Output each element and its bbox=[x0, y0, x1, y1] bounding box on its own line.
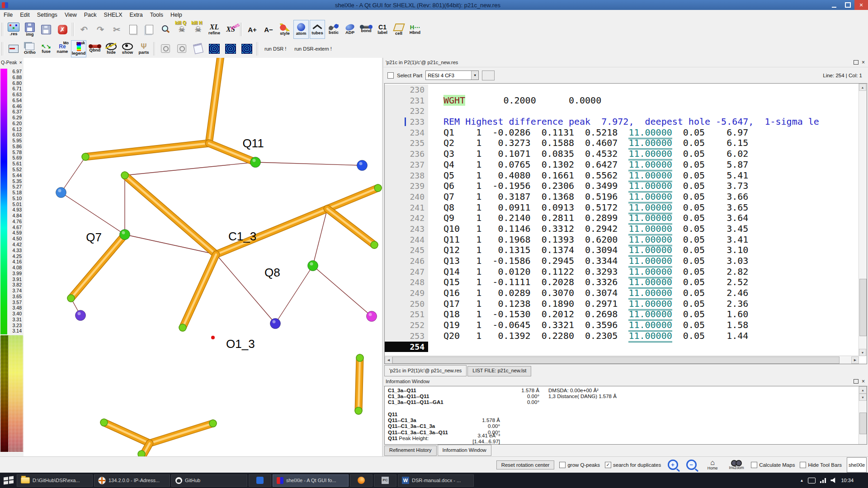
refine-anis-button[interactable]: XSANIS bbox=[223, 20, 238, 39]
refine-xl-button[interactable]: XLrefine bbox=[207, 20, 222, 39]
adp-mode-button[interactable]: ADP bbox=[342, 20, 358, 39]
taskbar-pc-button[interactable]: PC bbox=[374, 474, 396, 487]
scroll-left-icon[interactable]: ◀ bbox=[385, 357, 392, 364]
chevron-down-icon[interactable]: ▼ bbox=[471, 71, 478, 80]
network-icon[interactable] bbox=[820, 478, 826, 483]
run-dsr-button[interactable]: run DSR ! bbox=[261, 40, 290, 57]
atom-cap[interactable] bbox=[355, 407, 362, 414]
qpeak-sphere[interactable] bbox=[56, 188, 66, 198]
peak-legend-button[interactable]: peaklegend bbox=[71, 40, 86, 57]
save-file-button[interactable] bbox=[38, 20, 54, 39]
atom-mode-button[interactable]: atom bbox=[293, 20, 309, 39]
info-tab-0[interactable]: Refinement History bbox=[384, 446, 437, 456]
menu-help[interactable]: Help bbox=[167, 11, 186, 19]
kill-h-button[interactable]: ☠kill H bbox=[190, 20, 206, 39]
qpeak-sphere[interactable] bbox=[75, 310, 86, 321]
qpeak-sphere[interactable] bbox=[367, 311, 377, 322]
atom-cap[interactable] bbox=[179, 324, 186, 331]
scroll-down-icon[interactable]: ▼ bbox=[859, 349, 866, 356]
taskbar-github-button[interactable]: GitHub bbox=[171, 474, 247, 487]
reset-rotation-center-button[interactable]: Reset rotation center bbox=[496, 460, 555, 469]
bond-button[interactable]: bond bbox=[359, 20, 374, 39]
atom-cap[interactable] bbox=[209, 420, 217, 427]
fit-view-button[interactable] bbox=[6, 40, 21, 57]
kill-q-button[interactable]: ☠kill Q bbox=[174, 20, 189, 39]
run-dsr-extern-button[interactable]: run DSR-extern ! bbox=[291, 40, 335, 57]
cut-button[interactable]: ✂ bbox=[109, 20, 124, 39]
zoom-in-button[interactable]: + bbox=[666, 459, 679, 471]
rename-button[interactable]: MoRename bbox=[55, 40, 70, 57]
checkbox-icon[interactable]: ✓ bbox=[605, 462, 611, 468]
grow-qpeaks-checkbox[interactable]: grow Q-peaks bbox=[559, 462, 600, 468]
render-style-1-button[interactable] bbox=[207, 40, 222, 57]
info-dock-close-icon[interactable]: × bbox=[862, 378, 866, 385]
qpeak-sphere[interactable] bbox=[308, 261, 318, 271]
parts-button[interactable]: Ψparts bbox=[136, 40, 151, 57]
search-duplicates-checkbox[interactable]: ✓search for duplicates bbox=[605, 462, 661, 468]
snapshot-2-button[interactable] bbox=[174, 40, 189, 57]
notes-button[interactable] bbox=[190, 40, 206, 57]
atom-cap[interactable] bbox=[67, 295, 75, 302]
atom-cap[interactable] bbox=[356, 354, 363, 361]
menu-pack[interactable]: Pack bbox=[80, 11, 100, 19]
menu-settings[interactable]: Settings bbox=[33, 11, 61, 19]
qpeak-sphere[interactable] bbox=[357, 160, 368, 171]
info-vscrollbar[interactable]: ▲ ▼ bbox=[859, 386, 867, 444]
res-code-editor[interactable]: 230231WGHT 0.2000 0.0000232233REM Highes… bbox=[384, 83, 867, 364]
info-dock-float-icon[interactable] bbox=[854, 379, 859, 384]
menu-view[interactable]: View bbox=[61, 11, 80, 19]
checkbox-icon[interactable] bbox=[751, 462, 757, 468]
taskbar-shelxle-button[interactable]: shelXle - A Qt GUI fo... bbox=[273, 474, 349, 487]
checkbox-icon[interactable] bbox=[559, 462, 566, 468]
atom-cap[interactable] bbox=[82, 153, 89, 160]
render-style-2-button[interactable] bbox=[223, 40, 238, 57]
editor-tab-0[interactable]: 'p21c in P2(1)/c'@ p21c_new.res bbox=[384, 365, 467, 376]
find-button[interactable] bbox=[158, 20, 173, 39]
taskbar-ip-button[interactable]: 134.2.0.0 - IP-Adress... bbox=[94, 474, 170, 487]
fuse-button[interactable]: ↖↘fuse bbox=[38, 40, 54, 57]
label-button[interactable]: C1label bbox=[375, 20, 390, 39]
checkbox-icon[interactable] bbox=[800, 462, 806, 468]
scroll-right-icon[interactable]: ▶ bbox=[851, 357, 859, 364]
qpeak-sphere[interactable] bbox=[120, 230, 130, 240]
editor-dock-float-icon[interactable] bbox=[854, 60, 859, 65]
atom-cap[interactable] bbox=[121, 172, 128, 179]
scroll-up-icon[interactable]: ▲ bbox=[859, 386, 867, 394]
menu-tools[interactable]: Tools bbox=[146, 11, 167, 19]
menu-shelx[interactable]: SHELX bbox=[100, 11, 126, 19]
start-button[interactable] bbox=[2, 474, 15, 487]
editor-vscroll-thumb[interactable] bbox=[859, 279, 867, 336]
atom-cap[interactable] bbox=[371, 241, 378, 249]
oxygen-marker-dot[interactable] bbox=[211, 336, 215, 339]
atom-cap[interactable] bbox=[138, 450, 145, 456]
select-part-extra-button[interactable] bbox=[482, 70, 495, 80]
scroll-down-icon[interactable]: ▼ bbox=[859, 394, 867, 401]
volume-icon[interactable] bbox=[830, 478, 836, 483]
qpeak-dock-close-icon[interactable]: × bbox=[19, 60, 24, 65]
editor-hscrollbar[interactable]: ◀ ▶ bbox=[385, 356, 859, 364]
minimize-button[interactable] bbox=[827, 0, 841, 10]
menu-file[interactable]: File bbox=[0, 11, 16, 19]
editor-vscrollbar[interactable]: ▲ ▼ bbox=[859, 84, 867, 356]
taskbar-explorer-button[interactable]: D:\GitHub\DSR\exa... bbox=[17, 474, 93, 487]
ballstick-mode-button[interactable]: bstic bbox=[326, 20, 341, 39]
redo-button[interactable]: ↷ bbox=[93, 20, 108, 39]
hbond-button[interactable]: H⋯Hbnd bbox=[407, 20, 423, 39]
save-image-button[interactable]: img bbox=[22, 20, 38, 39]
copy-button[interactable] bbox=[125, 20, 141, 39]
scroll-up-icon[interactable]: ▲ bbox=[859, 84, 866, 91]
style-button[interactable]: style bbox=[277, 20, 292, 39]
qpeak-sphere[interactable] bbox=[250, 157, 261, 168]
open-res-button[interactable]: .res bbox=[6, 20, 21, 39]
render-style-3-button[interactable] bbox=[239, 40, 255, 57]
atom-cap[interactable] bbox=[100, 419, 108, 426]
select-part-checkbox[interactable] bbox=[387, 72, 394, 79]
info-vscroll-thumb[interactable] bbox=[859, 413, 867, 434]
taskbar-app-button[interactable] bbox=[249, 474, 271, 487]
snapshot-button[interactable] bbox=[158, 40, 173, 57]
invzoom-button[interactable]: InvZoom bbox=[727, 460, 746, 470]
menu-extra[interactable]: Extra bbox=[126, 11, 146, 19]
maximize-button[interactable] bbox=[841, 0, 854, 10]
editor-tab-1[interactable]: LIST FILE: p21c_new.lst bbox=[467, 366, 531, 376]
info-tab-1[interactable]: Information Window bbox=[438, 445, 491, 456]
